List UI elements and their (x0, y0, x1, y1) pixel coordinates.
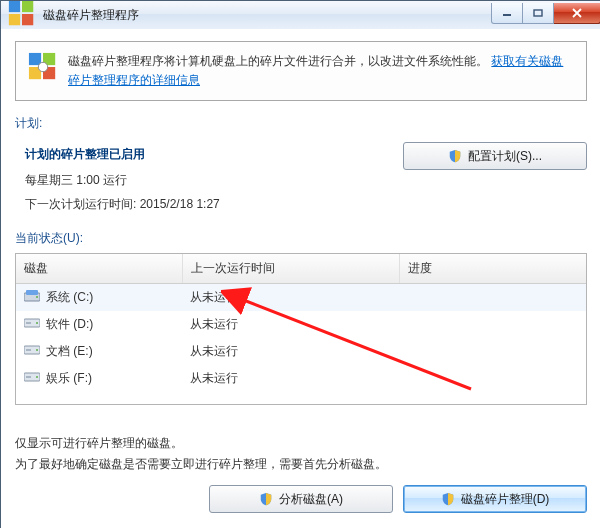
titlebar: 磁盘碎片整理程序 (1, 1, 600, 30)
cell-last-run: 从未运行 (182, 341, 398, 362)
cell-progress (398, 287, 586, 308)
app-icon (7, 0, 37, 32)
disk-name: 文档 (E:) (46, 343, 93, 360)
footer-note: 仅显示可进行碎片整理的磁盘。 为了最好地确定磁盘是否需要立即进行碎片整理，需要首… (15, 433, 587, 474)
status-section-label: 当前状态(U): (15, 230, 587, 247)
cell-progress (398, 341, 586, 362)
table-row[interactable]: 文档 (E:)从未运行 (16, 338, 586, 365)
window: 磁盘碎片整理程序 磁盘碎片整理程序将计算机硬盘上的碎片文件进行合并，以改进文件系… (0, 0, 600, 528)
info-message: 磁盘碎片整理程序将计算机硬盘上的碎片文件进行合并，以改进文件系统性能。 (68, 54, 488, 68)
drive-icon (24, 371, 40, 386)
cell-last-run: 从未运行 (182, 287, 398, 308)
svg-rect-6 (29, 53, 41, 65)
svg-point-10 (38, 62, 47, 71)
configure-schedule-button[interactable]: 配置计划(S)... (403, 142, 587, 170)
svg-rect-4 (503, 14, 511, 16)
drive-icon (24, 290, 40, 305)
drive-icon (24, 344, 40, 359)
svg-point-15 (36, 322, 38, 324)
svg-rect-16 (26, 322, 31, 324)
defrag-disk-label: 磁盘碎片整理(D) (461, 491, 550, 508)
table-row[interactable]: 娱乐 (F:)从未运行 (16, 365, 586, 392)
configure-schedule-label: 配置计划(S)... (468, 148, 542, 165)
disk-name: 软件 (D:) (46, 316, 93, 333)
disk-table: 磁盘 上一次运行时间 进度 系统 (C:)从未运行软件 (D:)从未运行文档 (… (15, 253, 587, 405)
svg-rect-3 (22, 14, 33, 25)
shield-icon (259, 492, 273, 506)
svg-rect-2 (9, 14, 20, 25)
svg-rect-12 (26, 290, 38, 295)
button-bar: 分析磁盘(A) 磁盘碎片整理(D) (209, 485, 587, 513)
info-banner: 磁盘碎片整理程序将计算机硬盘上的碎片文件进行合并，以改进文件系统性能。 获取有关… (15, 41, 587, 101)
svg-point-13 (36, 296, 38, 298)
window-title: 磁盘碎片整理程序 (43, 7, 139, 24)
maximize-button[interactable] (523, 3, 554, 24)
defrag-disk-button[interactable]: 磁盘碎片整理(D) (403, 485, 587, 513)
col-disk[interactable]: 磁盘 (16, 254, 183, 283)
analyze-disk-label: 分析磁盘(A) (279, 491, 343, 508)
svg-point-18 (36, 349, 38, 351)
info-text: 磁盘碎片整理程序将计算机硬盘上的碎片文件进行合并，以改进文件系统性能。 获取有关… (68, 52, 574, 90)
schedule-info: 计划的碎片整理已启用 每星期三 1:00 运行 下一次计划运行时间: 2015/… (15, 138, 393, 216)
close-button[interactable] (554, 3, 600, 24)
svg-rect-0 (9, 0, 20, 11)
cell-progress (398, 368, 586, 389)
svg-rect-1 (22, 0, 33, 11)
table-row[interactable]: 软件 (D:)从未运行 (16, 311, 586, 338)
cell-progress (398, 314, 586, 335)
window-controls (491, 7, 600, 24)
schedule-next-run: 下一次计划运行时间: 2015/2/18 1:27 (25, 192, 393, 216)
disk-name: 娱乐 (F:) (46, 370, 92, 387)
footer-line-2: 为了最好地确定磁盘是否需要立即进行碎片整理，需要首先分析磁盘。 (15, 454, 587, 474)
shield-icon (448, 149, 462, 163)
col-last-run[interactable]: 上一次运行时间 (183, 254, 400, 283)
cell-disk: 娱乐 (F:) (16, 368, 182, 389)
cell-disk: 系统 (C:) (16, 287, 182, 308)
schedule-section-label: 计划: (15, 115, 587, 132)
disk-name: 系统 (C:) (46, 289, 93, 306)
drive-icon (24, 317, 40, 332)
schedule-row: 计划的碎片整理已启用 每星期三 1:00 运行 下一次计划运行时间: 2015/… (15, 138, 587, 216)
cell-disk: 软件 (D:) (16, 314, 182, 335)
table-row[interactable]: 系统 (C:)从未运行 (16, 284, 586, 311)
svg-point-21 (36, 376, 38, 378)
minimize-button[interactable] (491, 3, 523, 24)
svg-rect-19 (26, 349, 31, 351)
table-header: 磁盘 上一次运行时间 进度 (16, 254, 586, 284)
footer-line-1: 仅显示可进行碎片整理的磁盘。 (15, 433, 587, 453)
table-body: 系统 (C:)从未运行软件 (D:)从未运行文档 (E:)从未运行娱乐 (F:)… (16, 284, 586, 404)
shield-icon (441, 492, 455, 506)
schedule-enabled-title: 计划的碎片整理已启用 (25, 142, 393, 166)
analyze-disk-button[interactable]: 分析磁盘(A) (209, 485, 393, 513)
col-progress[interactable]: 进度 (400, 254, 586, 283)
cell-last-run: 从未运行 (182, 368, 398, 389)
svg-rect-5 (534, 10, 542, 16)
defrag-large-icon (28, 52, 58, 82)
cell-last-run: 从未运行 (182, 314, 398, 335)
window-body: 磁盘碎片整理程序将计算机硬盘上的碎片文件进行合并，以改进文件系统性能。 获取有关… (1, 29, 600, 528)
cell-disk: 文档 (E:) (16, 341, 182, 362)
schedule-recurrence: 每星期三 1:00 运行 (25, 168, 393, 192)
svg-rect-22 (26, 376, 31, 378)
